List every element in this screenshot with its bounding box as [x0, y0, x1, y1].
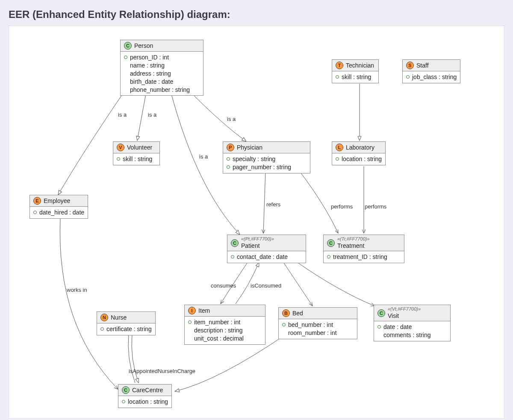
edge-label-worksin: works in [67, 287, 87, 293]
edge-label-isconsumed: isConsumed [251, 282, 281, 289]
edge-layer [9, 26, 504, 418]
edge-label-performs: performs [365, 203, 386, 210]
attribute-text: comments : string [383, 331, 430, 339]
attribute-row: date_hired : date [33, 209, 84, 217]
attribute-row: item_number : int [188, 318, 262, 326]
attribute-row: specialty : string [227, 155, 307, 163]
attribute-row: comments : string [377, 331, 447, 339]
entity-staff: SStaff job_class : string [402, 59, 460, 83]
attr-dot-icon [122, 400, 125, 403]
entity-technician: TTechnician skill : string [332, 59, 379, 83]
entity-name: Visit [388, 312, 399, 319]
badge-i-icon: I [188, 307, 196, 314]
entity-volunteer: VVolunteer skill : string [113, 141, 160, 165]
entity-attrs: specialty : stringpager_number : string [223, 153, 310, 173]
entity-name: CareCentre [132, 387, 163, 394]
attr-spacer [282, 331, 286, 335]
attr-dot-icon [124, 56, 127, 59]
attr-dot-icon [227, 165, 230, 169]
stereotype: «(Pt,#FF7700)» [241, 237, 274, 241]
entity-nurse: NNurse certificate : string [97, 311, 156, 335]
attribute-text: location : string [342, 155, 382, 163]
badge-c-icon: C [231, 239, 239, 247]
edge-label-refers: refers [266, 201, 280, 208]
attribute-text: location : string [128, 398, 168, 406]
attribute-text: certificate : string [106, 325, 152, 333]
attribute-text: specialty : string [233, 155, 275, 163]
entity-name: Volunteer [127, 144, 152, 151]
entity-name: Physician [237, 144, 262, 151]
attribute-text: item_number : int [194, 318, 240, 326]
entity-name: Person [134, 42, 153, 49]
badge-c-icon: C [124, 42, 132, 50]
diagram-canvas: CPerson person_ID : intname : stringaddr… [9, 26, 504, 419]
entity-name: Nurse [111, 314, 127, 321]
entity-attrs: treatment_ID : string [324, 251, 404, 263]
attr-spacer [124, 64, 127, 67]
attr-dot-icon [100, 327, 104, 331]
attr-dot-icon [377, 325, 381, 329]
attr-dot-icon [117, 157, 120, 161]
entity-attrs: location : string [332, 153, 385, 165]
attr-spacer [124, 88, 127, 91]
edge-label-nurseincharge: isAppointedNurseInCharge [129, 368, 195, 374]
badge-e-icon: E [33, 197, 41, 205]
attribute-row: date : date [377, 323, 447, 331]
attribute-row: location : string [336, 155, 382, 163]
attribute-text: address : string [130, 70, 171, 78]
badge-s-icon: S [406, 62, 414, 69]
edge-label-isa: is a [118, 112, 127, 118]
entity-attrs: date_hired : date [30, 207, 88, 218]
attribute-row: pager_number : string [227, 163, 307, 171]
attribute-text: pager_number : string [233, 163, 291, 171]
attribute-row: room_number : int [282, 329, 354, 337]
entity-employee: EEmployee date_hired : date [29, 195, 88, 219]
entity-treatment: C«(Tr,#FF7700)»Treatment treatment_ID : … [323, 235, 404, 263]
entity-attrs: skill : string [113, 153, 159, 165]
attr-dot-icon [327, 255, 330, 258]
entity-laboratory: LLaboratory location : string [332, 141, 386, 165]
entity-attrs: date : datecomments : string [374, 321, 450, 341]
attribute-row: address : string [124, 70, 200, 78]
entity-name: Laboratory [346, 144, 374, 151]
entity-name: Treatment [337, 242, 364, 249]
badge-c-icon: C [377, 309, 385, 317]
attr-dot-icon [188, 320, 192, 324]
attr-dot-icon [406, 75, 410, 79]
entity-bed: BBed bed_number : introom_number : int [278, 307, 357, 339]
attribute-row: unit_cost : decimal [188, 335, 262, 343]
attribute-row: location : string [122, 398, 168, 406]
attribute-text: unit_cost : decimal [194, 335, 244, 343]
attribute-row: name : string [124, 62, 200, 70]
attr-spacer [124, 80, 127, 83]
edge-label-consumes: consumes [211, 282, 236, 289]
attribute-row: bed_number : int [282, 321, 354, 329]
attribute-text: birth_date : date [130, 78, 173, 86]
attr-spacer [188, 337, 192, 340]
attribute-row: person_ID : int [124, 53, 200, 62]
attribute-text: room_number : int [288, 329, 337, 337]
entity-name: Bed [292, 310, 303, 317]
attribute-row: job_class : string [406, 73, 457, 81]
page-title: EER (Enhanced Entity Relationship) diagr… [9, 9, 504, 21]
badge-n-icon: N [100, 314, 108, 321]
attribute-text: skill : string [342, 73, 371, 81]
attr-spacer [124, 72, 127, 75]
edge-label-isa: is a [148, 112, 156, 118]
entity-attrs: location : string [118, 396, 171, 408]
attr-dot-icon [231, 255, 234, 258]
badge-c-icon: C [122, 386, 130, 394]
attribute-row: skill : string [117, 155, 156, 163]
attribute-text: description : string [194, 326, 243, 335]
attribute-row: contact_date : date [231, 253, 302, 261]
attr-dot-icon [282, 323, 286, 326]
edge-label-isa: is a [199, 153, 208, 160]
entity-name: Technician [346, 62, 374, 69]
entity-attrs: job_class : string [403, 71, 460, 83]
entity-name: Patient [241, 242, 260, 249]
attribute-row: description : string [188, 326, 262, 335]
attribute-text: date_hired : date [39, 209, 84, 217]
entity-visit: C«(Vt,#FF7700)»Visit date : datecomments… [374, 305, 451, 341]
attribute-text: date : date [383, 323, 412, 331]
badge-t-icon: T [336, 62, 343, 69]
